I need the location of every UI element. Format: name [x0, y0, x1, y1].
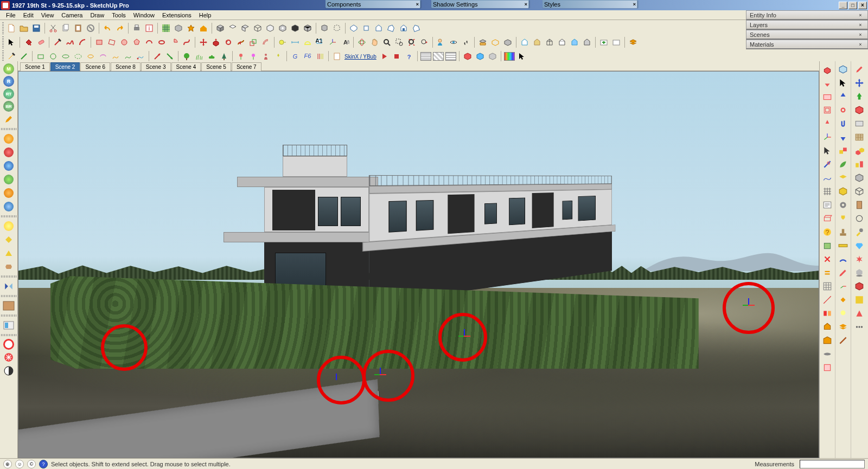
zoom-window-tool[interactable] — [393, 36, 405, 48]
status-geo-icon[interactable]: ⊕ — [3, 460, 12, 468]
circle-green-tool[interactable] — [47, 50, 59, 62]
iso-2-button[interactable] — [227, 22, 239, 34]
walk-tool[interactable] — [460, 36, 472, 48]
scene-add-button[interactable] — [598, 36, 610, 48]
group-make-button[interactable] — [331, 22, 343, 34]
menu-tools[interactable]: Tools — [108, 11, 130, 19]
people-button[interactable] — [260, 50, 272, 62]
close-icon[interactable]: × — [857, 32, 864, 37]
box-yellow-icon[interactable] — [837, 185, 849, 197]
backfaces-button[interactable] — [531, 36, 543, 48]
cube-gray-icon[interactable] — [853, 172, 865, 184]
iso-7-button[interactable] — [289, 22, 301, 34]
cube-select-icon[interactable] — [837, 63, 849, 75]
flower3-button[interactable] — [272, 50, 284, 62]
cursor-button[interactable] — [516, 50, 528, 62]
arc3-tool[interactable] — [156, 36, 168, 48]
tool-a2[interactable] — [18, 50, 30, 62]
ellipse1-tool[interactable] — [60, 50, 72, 62]
position-camera-tool[interactable] — [435, 36, 447, 48]
rect-green-tool[interactable] — [35, 50, 47, 62]
link-icon[interactable] — [837, 104, 849, 116]
3dtext-tool[interactable]: AA — [339, 36, 351, 48]
pro-pushpull-icon[interactable] — [821, 63, 833, 75]
boxes-icon[interactable] — [853, 158, 865, 170]
component-make-button[interactable] — [318, 22, 330, 34]
more-icon[interactable] — [853, 321, 865, 333]
vol-icon[interactable] — [853, 185, 865, 197]
pro-cross-icon[interactable] — [821, 253, 833, 265]
redo-button[interactable] — [114, 22, 126, 34]
toolbar-grip[interactable] — [2, 22, 4, 34]
conifer-button[interactable] — [218, 50, 230, 62]
text-tool[interactable]: A1 — [314, 36, 326, 48]
cut-button[interactable] — [47, 22, 59, 34]
arc-tool[interactable] — [76, 36, 88, 48]
new-file-button[interactable] — [5, 22, 17, 34]
move-blue-icon[interactable] — [853, 77, 865, 89]
close-icon[interactable]: × — [857, 12, 864, 18]
up-blue-icon[interactable] — [837, 91, 849, 102]
tray-scenes[interactable]: Scenes× — [746, 30, 868, 40]
rainbow-button[interactable] — [503, 50, 515, 62]
toolbar-grip[interactable] — [2, 50, 4, 62]
tape-tool[interactable] — [277, 36, 289, 48]
menu-file[interactable]: File — [2, 11, 20, 19]
orbit-tool[interactable] — [356, 36, 368, 48]
tri-icon[interactable] — [853, 307, 865, 319]
save-button[interactable] — [30, 22, 42, 34]
window-close-button[interactable]: × — [858, 2, 867, 9]
view-front-button[interactable] — [373, 22, 385, 34]
freehand-tool[interactable] — [64, 36, 76, 48]
close-icon[interactable]: × — [416, 2, 419, 7]
delete-button[interactable] — [85, 22, 97, 34]
rotate-tool[interactable] — [222, 36, 234, 48]
cube-red2-icon[interactable] — [853, 280, 865, 292]
map-button[interactable] — [160, 22, 172, 34]
print-button[interactable] — [131, 22, 143, 34]
copy-button[interactable] — [60, 22, 72, 34]
ruler-icon[interactable] — [837, 240, 849, 252]
pro-grid-icon[interactable] — [821, 280, 833, 292]
move-tool[interactable] — [197, 36, 209, 48]
cubes-icon[interactable] — [853, 145, 865, 157]
brush-icon[interactable] — [853, 63, 865, 75]
pro-axes-icon[interactable] — [821, 131, 833, 143]
pro-eye-icon[interactable] — [821, 348, 833, 360]
pro-wire-icon[interactable] — [821, 213, 833, 224]
paste-button[interactable] — [72, 22, 84, 34]
scale-tool[interactable] — [247, 36, 259, 48]
f6-button[interactable]: F6 — [302, 50, 314, 62]
diamond-yellow-icon[interactable] — [3, 234, 15, 246]
half-circle-icon[interactable] — [3, 365, 15, 377]
pro-swap-icon[interactable] — [821, 267, 833, 279]
flower1-button[interactable] — [235, 50, 247, 62]
skinx-label[interactable]: SkinX / YBub — [343, 54, 378, 60]
play-button[interactable] — [378, 50, 390, 62]
view-back-button[interactable] — [398, 22, 410, 34]
gem-icon[interactable] — [853, 240, 865, 252]
bezier-tool[interactable] — [181, 36, 193, 48]
pro-scene-icon[interactable] — [821, 321, 833, 333]
menu-camera[interactable]: Camera — [58, 11, 86, 19]
zoom-extents-tool[interactable] — [406, 36, 418, 48]
upscale-tool[interactable] — [151, 50, 163, 62]
view-right-button[interactable] — [385, 22, 397, 34]
pro-pick-icon[interactable] — [821, 145, 833, 157]
pro-ab-icon[interactable] — [821, 307, 833, 319]
scene-tab-4[interactable]: Scene 4 — [171, 62, 201, 71]
section-cut-button[interactable] — [502, 36, 514, 48]
cube-blue-button[interactable] — [474, 50, 486, 62]
styles-panel[interactable]: Styles× — [542, 0, 637, 8]
close-icon[interactable]: × — [857, 22, 864, 28]
help-button[interactable]: ? — [403, 50, 415, 62]
protractor-tool[interactable] — [302, 36, 314, 48]
bulb-icon[interactable] — [837, 307, 849, 319]
axes-tool[interactable] — [327, 36, 339, 48]
pro-arrow-icon[interactable] — [821, 158, 833, 170]
viewport[interactable] — [18, 71, 819, 458]
pan-tool[interactable] — [368, 36, 380, 48]
left-badge-br[interactable]: BR — [3, 101, 14, 112]
xray-button[interactable] — [519, 36, 531, 48]
hatch-red-icon[interactable] — [3, 351, 15, 363]
